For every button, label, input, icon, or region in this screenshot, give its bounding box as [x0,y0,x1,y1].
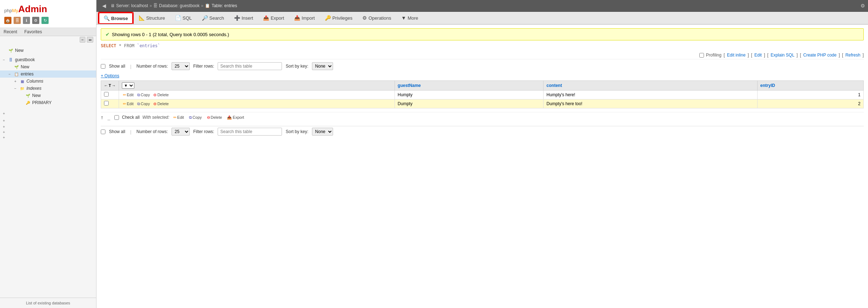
row2-check[interactable] [104,101,109,106]
sidebar-item-extra4[interactable]: + [0,129,96,135]
edit-inline-link[interactable]: Edit inline [727,53,745,58]
sidebar-item-new-guestbook[interactable]: 🌱 New [0,63,96,70]
sidebar-item-new-index[interactable]: 🌱 New [0,92,96,99]
show-all-label-bottom: Show all [109,129,125,134]
sidebar-item-entries[interactable]: − 📋 entries [0,70,96,78]
tab-operations[interactable]: ⚙ Operations [357,12,396,24]
sidebar-item-primary[interactable]: 🔑 PRIMARY [0,99,96,106]
sidebar-item-extra2[interactable]: + [0,117,96,124]
explain-sql-link[interactable]: Explain SQL [770,53,794,58]
sort-guestname-link[interactable]: guestName [398,83,421,88]
home-icon[interactable]: 🏠 [4,17,11,24]
row1-check[interactable] [104,92,109,97]
tab-browse[interactable]: 🔍 Browse [98,12,134,25]
sort-entryid-link[interactable]: entryID [760,83,775,88]
refresh-link[interactable]: Refresh [845,53,860,58]
tab-more[interactable]: ▼ More [396,12,423,24]
sort-by-key-select-top[interactable]: None [312,62,333,70]
options-link[interactable]: + Options [101,73,119,78]
tab-operations-label: Operations [368,15,391,21]
th-actions: ▼ [119,81,395,91]
bottom-export-label: Export [233,115,244,119]
key-icon: 🔑 [25,100,31,106]
logo-admin: Admin [18,4,47,14]
sidebar-item-extra3[interactable]: + [0,124,96,129]
sidebar-item-new-root[interactable]: 🌱 New [0,47,96,54]
sidebar-item-columns[interactable]: + ▦ Columns [0,78,96,85]
rows-controls-bottom: Show all | Number of rows: 25 50 100 Fil… [101,128,864,136]
breadcrumb-database[interactable]: Database: guestbook [159,3,199,8]
insert-icon: ➕ [234,15,240,21]
bottom-edit-btn[interactable]: ✏ Edit [172,115,185,120]
row1-delete-label: Delete [157,93,169,97]
bottom-delete-btn[interactable]: ⊖ Delete [206,115,223,120]
tab-sql[interactable]: 📄 SQL [170,12,197,24]
profiling-checkbox[interactable] [699,53,704,58]
logo-php: php [4,8,12,13]
back-button[interactable]: ◀ [99,1,109,10]
row2-guestname: Dumpty [395,99,543,108]
tree-toggle: − [9,72,14,76]
filter-rows-label-bottom: Filter rows: [193,129,214,134]
number-of-rows-select-top[interactable]: 25 50 100 [172,62,190,70]
indexes-icon: 📁 [19,85,25,91]
check-all-link[interactable]: Check all [122,115,139,120]
sidebar-controls: − ⇔ [0,36,96,43]
sidebar-item-extra5[interactable]: + [0,135,96,140]
tab-search[interactable]: 🔎 Search [197,12,229,24]
tree-toggle: − [3,58,8,62]
filter-rows-input-bottom[interactable] [218,128,282,136]
info-icon[interactable]: ℹ [23,17,30,24]
bottom-copy-btn[interactable]: ⧉ Copy [188,115,203,120]
profiling-label: Profiling [706,53,721,58]
sidebar-item-extra1[interactable]: + [0,110,96,117]
expand-btn[interactable]: ⇔ [87,37,93,43]
tab-export-label: Export [271,15,284,21]
show-all-checkbox-top[interactable] [101,64,105,69]
sort-content-link[interactable]: content [546,83,562,88]
sidebar-tab-favorites[interactable]: Favorites [21,28,45,36]
filter-rows-input-top[interactable] [218,62,282,70]
edit-link[interactable]: Edit [754,53,762,58]
tree-label: PRIMARY [32,100,51,105]
gear-icon[interactable]: ⚙ [32,17,39,24]
sidebar-tab-recent[interactable]: Recent [0,28,21,36]
create-php-link[interactable]: Create PHP code [803,53,837,58]
settings-icon[interactable]: ⚙ [860,3,865,9]
tab-insert[interactable]: ➕ Insert [229,12,258,24]
actions-dropdown[interactable]: ▼ [122,82,134,89]
row2-edit-btn[interactable]: ✏ Edit [122,101,135,107]
sidebar-item-indexes[interactable]: − 📁 Indexes [0,85,96,92]
th-checkbox: ← T → [101,81,119,91]
sort-by-key-select-bottom[interactable]: None [312,128,333,136]
db-icon[interactable]: 🗄 [14,17,21,24]
row2-copy-btn[interactable]: ⧉ Copy [136,101,151,107]
row1-delete-btn[interactable]: ⊖ Delete [152,92,170,98]
collapse-btn[interactable]: − [80,37,85,43]
row1-copy-btn[interactable]: ⧉ Copy [136,92,151,98]
sidebar-item-guestbook[interactable]: − 🗄 guestbook [0,56,96,63]
row1-guestname: Humpty [395,91,543,99]
tab-privileges[interactable]: 🔑 Privileges [320,12,357,24]
tab-import[interactable]: 📥 Import [289,12,320,24]
bottom-actions: ↑ _ Check all With selected: ✏ Edit ⧉ Co… [101,112,864,122]
tab-structure[interactable]: 📐 Structure [134,12,170,24]
export-icon: 📤 [263,15,269,21]
row2-delete-btn[interactable]: ⊖ Delete [152,101,170,107]
row1-edit-btn[interactable]: ✏ Edit [122,92,135,98]
bottom-export-btn[interactable]: 📤 Export [226,115,245,120]
tab-browse-label: Browse [111,16,128,21]
check-all-checkbox[interactable] [114,115,119,120]
tab-export[interactable]: 📤 Export [258,12,289,24]
db-icon: 🗄 [8,57,14,63]
breadcrumb-server[interactable]: Server: localhost [116,3,148,8]
logo-my: My [12,8,18,13]
success-icon: ✔ [105,31,110,37]
number-of-rows-select-bottom[interactable]: 25 50 100 [172,128,190,136]
columns-icon: ▦ [19,78,25,84]
edit-icon: ✏ [173,115,177,120]
show-all-checkbox-bottom[interactable] [101,129,105,134]
tree-label: New [21,64,29,69]
refresh-icon[interactable]: ↻ [41,17,49,24]
success-message: ✔ Showing rows 0 - 1 (2 total, Query too… [101,28,864,40]
